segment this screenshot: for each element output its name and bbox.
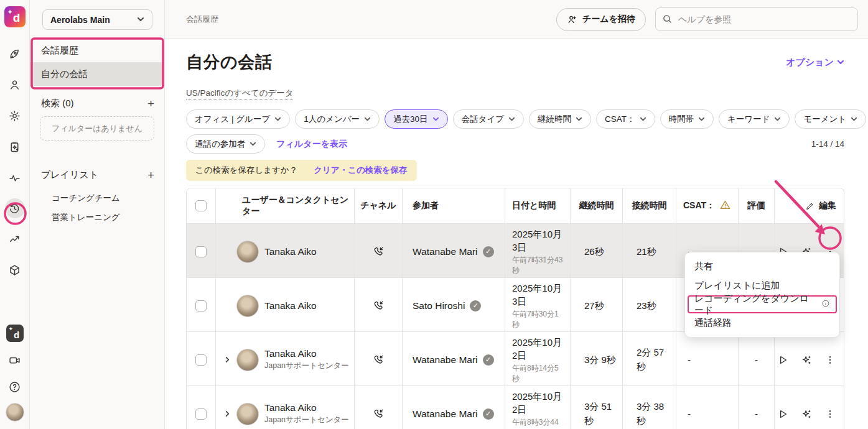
verified-check-badge: ✓ (470, 300, 481, 311)
play-button[interactable] (775, 405, 791, 423)
workspace-name: Aerolabs Main (50, 15, 110, 25)
results-range: 1-14 / 14 (811, 139, 844, 149)
header-user[interactable]: ユーザー＆コンタクトセンター (215, 188, 354, 223)
sidebar: Aerolabs Main 会話履歴 自分の会話 検索 (0) + フィルターは… (30, 0, 165, 429)
breadcrumb: 会話履歴 (186, 14, 218, 25)
row-checkbox[interactable] (195, 408, 207, 420)
chevron-down-icon (274, 116, 281, 122)
header-rating[interactable]: 評価 (738, 188, 774, 223)
dialpad-logo[interactable]: ✦d (4, 6, 26, 27)
page-title: 自分の会話 (186, 51, 272, 73)
incoming-call-icon (354, 224, 402, 280)
icon-rail: ✦d ✦d (0, 0, 30, 429)
verified-check-badge: ✓ (483, 354, 494, 366)
row-checkbox[interactable] (195, 300, 207, 311)
filter-chip-csat[interactable]: CSAT： (596, 109, 655, 129)
filter-chip-last-30-days[interactable]: 過去30日 (385, 109, 448, 129)
header-csat[interactable]: CSAT： (676, 188, 738, 223)
playlist-item-sales-training[interactable]: 営業トレーニング (30, 208, 164, 227)
history-icon[interactable] (5, 198, 25, 218)
person-icon[interactable] (4, 74, 26, 95)
invite-team-button[interactable]: チームを招待 (556, 8, 646, 31)
header-participants[interactable]: 参加者 (402, 188, 505, 223)
play-button[interactable] (775, 351, 791, 369)
verified-check-badge: ✓ (483, 246, 494, 257)
row-checkbox[interactable] (195, 354, 207, 366)
trend-icon[interactable] (4, 228, 26, 249)
sidebar-item-conversation-history[interactable]: 会話履歴 (30, 39, 164, 62)
sparkle-icon: ✦ (9, 326, 14, 332)
filter-chip-conversation-type[interactable]: 会話タイプ (453, 109, 524, 129)
chevron-down-icon (698, 116, 705, 122)
incoming-call-icon (354, 332, 402, 388)
header-channel[interactable]: チャネル (354, 188, 402, 223)
dialpad-dark-logo[interactable]: ✦d (4, 323, 26, 344)
topbar: 会話履歴 チームを招待 (165, 0, 868, 39)
warning-icon (719, 199, 731, 213)
filter-chip-one-member[interactable]: 1人のメンバー (295, 109, 380, 129)
sparkle-icon: ✦ (7, 8, 13, 16)
options-dropdown[interactable]: オプション (786, 57, 844, 68)
cube-icon[interactable] (4, 259, 26, 280)
filter-chip-office-group[interactable]: オフィス | グループ (186, 109, 290, 129)
sidebar-item-my-conversations[interactable]: 自分の会話 (30, 62, 164, 86)
chevron-down-icon (432, 116, 439, 122)
help-search-input[interactable] (655, 7, 858, 31)
menu-item-call-route[interactable]: 通話経路 (685, 313, 839, 333)
avatar (236, 349, 259, 371)
menu-item-share[interactable]: 共有 (685, 257, 839, 276)
header-datetime[interactable]: 日付と時間 (505, 188, 570, 223)
kebab-menu-button[interactable] (821, 405, 838, 423)
kebab-menu-button[interactable] (821, 351, 838, 369)
ai-sparkle-button[interactable] (798, 405, 815, 423)
help-icon[interactable] (4, 376, 26, 397)
workspace-selector[interactable]: Aerolabs Main (42, 9, 152, 30)
gear-icon[interactable] (4, 105, 26, 126)
row-checkbox[interactable] (195, 246, 207, 257)
playlists-section-header: プレイリスト (41, 169, 98, 181)
expand-row-chevron-icon[interactable] (224, 410, 231, 417)
avatar (236, 403, 259, 425)
filter-chip-moment[interactable]: モーメント (795, 109, 866, 129)
search-section-header: 検索 (0) (41, 98, 74, 109)
incoming-call-icon (354, 386, 402, 429)
incoming-call-icon (354, 278, 402, 334)
filter-chip-keyword[interactable]: キーワード (719, 109, 790, 129)
data-scope-link[interactable]: US/Pacificのすべてのデータ (186, 88, 293, 100)
rocket-icon[interactable] (4, 43, 26, 64)
expand-row-chevron-icon[interactable] (224, 356, 231, 363)
chevron-down-icon (508, 116, 515, 122)
chevron-down-icon (364, 116, 371, 122)
clipboard-ai-icon[interactable] (4, 136, 26, 157)
add-search-button[interactable]: + (147, 98, 154, 109)
add-playlist-button[interactable]: + (147, 169, 154, 181)
select-all-checkbox[interactable] (195, 200, 207, 211)
chevron-down-icon (837, 58, 844, 66)
pulse-icon[interactable] (4, 167, 26, 188)
menu-item-download-recording[interactable]: レコーディングをダウンロード (688, 295, 837, 313)
filter-chip-time-of-day[interactable]: 時間帯 (660, 109, 714, 129)
filter-chip-duration[interactable]: 継続時間 (529, 109, 591, 129)
app-window: ✦d ✦d Aerolabs Main 会話履歴 自分の会話 検索 (0 (0, 0, 868, 429)
person-plus-icon (567, 14, 577, 25)
avatar (236, 295, 259, 317)
save-search-banner: この検索を保存しますか？ クリア・この検索を保存 (186, 160, 417, 181)
verified-check-badge: ✓ (483, 408, 494, 420)
video-camera-icon[interactable] (4, 349, 26, 371)
clear-save-search-links[interactable]: クリア・この検索を保存 (314, 165, 407, 176)
row-context-menu: 共有 プレイリストに追加 レコーディングをダウンロード 通話経路 (684, 252, 840, 338)
pencil-icon (805, 201, 814, 211)
table-row[interactable]: Tanaka AikoJapanサポートセンター Watanabe Mari✓ … (187, 331, 844, 385)
show-filters-link[interactable]: フィルターを表示 (276, 139, 347, 150)
filter-chip-call-participant[interactable]: 通話の参加者 (186, 134, 265, 154)
header-connected[interactable]: 接続時間 (622, 188, 676, 223)
logo-letter: d (14, 330, 19, 340)
no-filters-placeholder: フィルターはありません (40, 116, 154, 141)
header-duration[interactable]: 継続時間 (570, 188, 622, 223)
filter-chips-row1: オフィス | グループ 1人のメンバー 過去30日 会話タイプ 継続時間 CSA… (186, 109, 844, 129)
playlist-item-coaching[interactable]: コーチングチーム (30, 188, 164, 208)
table-row[interactable]: Tanaka AikoJapanサポートセンター Watanabe Mari✓ … (187, 385, 844, 429)
ai-sparkle-button[interactable] (798, 351, 815, 369)
header-edit[interactable]: 編集 (774, 188, 845, 223)
profile-avatar[interactable] (6, 403, 24, 422)
